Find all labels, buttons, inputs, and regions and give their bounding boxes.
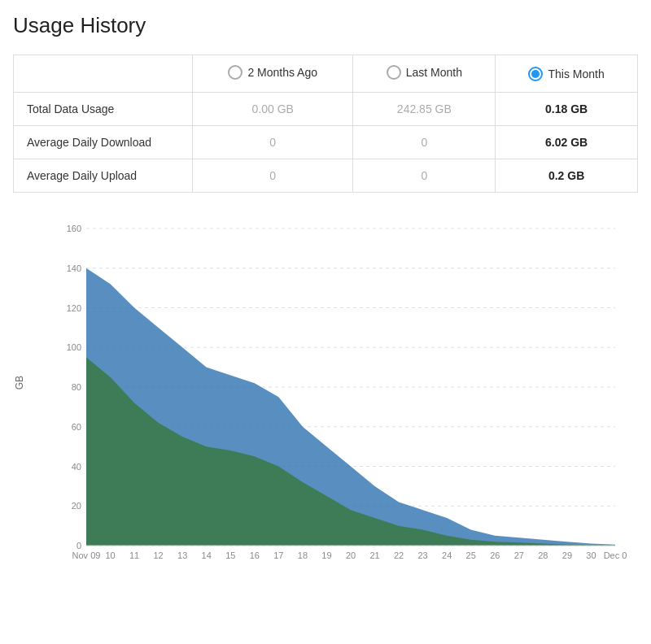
svg-text:12: 12: [154, 550, 164, 560]
page-title: Usage History: [13, 13, 638, 38]
svg-text:18: 18: [298, 550, 308, 560]
svg-text:40: 40: [72, 462, 81, 472]
col-header-label: [14, 55, 193, 93]
val-last-month-2: 0: [353, 126, 496, 159]
radio-this-month[interactable]: [528, 67, 543, 81]
svg-text:21: 21: [369, 550, 379, 560]
metric-label-3: Average Daily Upload: [14, 159, 193, 193]
svg-text:13: 13: [177, 550, 187, 560]
col-header-two-months-ago[interactable]: 2 Months Ago: [193, 55, 353, 93]
radio-last-month[interactable]: [387, 65, 401, 80]
col-header-last-month[interactable]: Last Month: [353, 55, 496, 93]
svg-text:120: 120: [67, 303, 81, 313]
table-row: Total Data Usage 0.00 GB 242.85 GB 0.18 …: [14, 93, 638, 126]
svg-text:30: 30: [586, 550, 596, 560]
svg-text:20: 20: [72, 501, 81, 511]
col-header-this-month[interactable]: This Month: [496, 55, 638, 93]
svg-text:20: 20: [346, 550, 356, 560]
svg-text:100: 100: [67, 342, 81, 352]
table-row: Average Daily Download 0 0 6.02 GB: [14, 126, 638, 159]
svg-text:16: 16: [250, 550, 260, 560]
svg-text:19: 19: [321, 550, 331, 560]
svg-text:140: 140: [67, 263, 81, 273]
svg-text:80: 80: [72, 382, 81, 392]
svg-text:11: 11: [129, 550, 139, 560]
svg-text:25: 25: [466, 550, 476, 560]
val-this-month-3: 0.2 GB: [496, 159, 638, 193]
radio-two-months-ago[interactable]: [228, 65, 242, 80]
svg-text:17: 17: [273, 550, 283, 560]
table-row: Average Daily Upload 0 0 0.2 GB: [14, 159, 638, 193]
metric-label-2: Average Daily Download: [14, 126, 193, 159]
svg-text:0: 0: [76, 541, 81, 550]
val-last-month-1: 242.85 GB: [353, 93, 496, 126]
svg-text:29: 29: [562, 550, 572, 560]
svg-text:160: 160: [67, 224, 81, 233]
svg-text:24: 24: [442, 550, 452, 560]
svg-text:14: 14: [202, 550, 212, 560]
svg-text:22: 22: [394, 550, 404, 560]
chart-svg: 020406080100120140160Nov 091011121314151…: [46, 220, 631, 586]
chart-area: 020406080100120140160Nov 091011121314151…: [46, 220, 631, 586]
svg-text:Nov 09: Nov 09: [72, 550, 101, 560]
y-axis-label: GB: [14, 376, 25, 389]
svg-text:15: 15: [225, 550, 235, 560]
val-two-months-2: 0: [193, 126, 353, 159]
svg-text:23: 23: [418, 550, 428, 560]
metric-label-1: Total Data Usage: [14, 93, 193, 126]
val-this-month-2: 6.02 GB: [496, 126, 638, 159]
svg-text:27: 27: [514, 550, 524, 560]
svg-text:26: 26: [490, 550, 500, 560]
stats-table: 2 Months Ago Last Month This Month Total…: [13, 54, 638, 193]
val-two-months-3: 0: [193, 159, 353, 193]
svg-text:28: 28: [538, 550, 548, 560]
svg-text:Dec 0: Dec 0: [604, 550, 627, 560]
svg-text:10: 10: [105, 550, 115, 560]
val-two-months-1: 0.00 GB: [193, 93, 353, 126]
val-this-month-1: 0.18 GB: [496, 93, 638, 126]
svg-text:60: 60: [72, 422, 81, 432]
val-last-month-3: 0: [353, 159, 496, 193]
chart-container: GB 020406080100120140160Nov 091011121314…: [13, 212, 648, 627]
